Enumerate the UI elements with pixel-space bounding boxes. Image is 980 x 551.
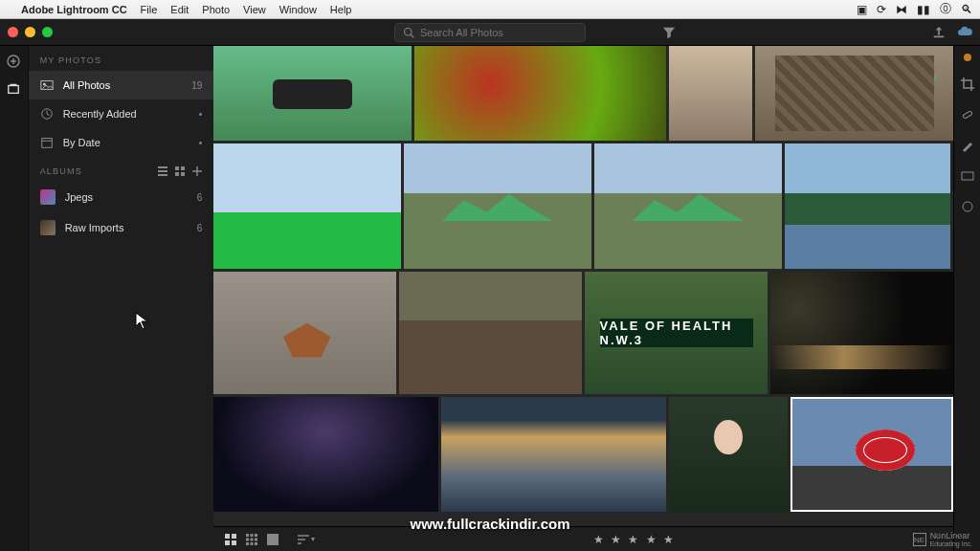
search-icon [403,27,414,38]
albums-header: ALBUMS [29,157,214,182]
search-input[interactable] [420,27,577,38]
add-photos-icon[interactable] [6,54,21,69]
photo-thumbnail[interactable] [785,143,950,269]
user-icon[interactable]: ⓪ [940,1,951,17]
my-photos-label: MY PHOTOS [40,55,101,65]
svg-rect-26 [246,534,249,537]
heal-icon[interactable] [960,107,975,122]
albums-label: ALBUMS [40,166,82,176]
album-item-raw-imports[interactable]: Raw Imports 6 [29,212,214,243]
photo-thumbnail[interactable] [669,397,788,512]
svg-rect-31 [255,538,257,540]
menubar-item-photo[interactable]: Photo [202,4,230,15]
svg-rect-15 [158,174,167,176]
svg-rect-6 [9,86,19,94]
svg-rect-25 [232,540,236,545]
radial-gradient-icon[interactable] [960,199,975,214]
svg-rect-27 [251,534,254,537]
grid-view-icon[interactable] [175,166,185,176]
menubar-status-icons: ▣ ⟳ ⧓ ▮▮ ⓪ 🔍︎ [857,1,972,17]
album-count: 6 [197,192,203,203]
minimize-window-button[interactable] [25,27,35,37]
sidebar: MY PHOTOS All Photos 19 Recently Added •… [29,46,214,551]
sidebar-item-label: Recently Added [63,108,189,120]
photo-thumbnail-selected[interactable]: UNDERGROUND [791,397,953,512]
photo-thumbnail[interactable] [213,272,396,394]
svg-rect-22 [225,534,230,539]
list-view-icon[interactable] [158,166,167,176]
photo-thumbnail[interactable] [755,46,953,141]
svg-rect-7 [11,84,17,86]
sidebar-item-recently-added[interactable]: Recently Added • [29,99,214,128]
brand-line2: Educating Inc. [930,540,972,547]
share-icon[interactable] [932,26,946,39]
photo-thumbnail[interactable] [414,46,666,141]
svg-rect-32 [246,542,249,545]
add-album-icon[interactable] [192,166,202,176]
view-grid-small-icon[interactable] [246,534,257,545]
grid-area: VALE OF HEALTH N.W.3 UNDERGROUND ▾ ★ ★ ★ [213,46,953,551]
photo-grid[interactable]: VALE OF HEALTH N.W.3 UNDERGROUND [213,46,953,526]
svg-rect-17 [181,166,185,170]
status-icon[interactable]: ⟳ [877,3,886,16]
bottom-toolbar: ▾ ★ ★ ★ ★ ★ [213,526,953,551]
svg-rect-2 [934,35,945,37]
library-icon[interactable] [7,82,20,96]
photo-thumbnail[interactable] [594,143,782,269]
sidebar-item-label: All Photos [63,79,183,91]
svg-rect-23 [232,534,236,539]
calendar-icon [40,136,54,149]
left-gutter [0,46,29,551]
edit-dot-icon[interactable] [964,54,971,61]
album-item-jpegs[interactable]: Jpegs 6 [29,182,214,212]
photo-thumbnail[interactable] [404,143,591,269]
sidebar-item-count: 19 [191,80,202,91]
sidebar-item-all-photos[interactable]: All Photos 19 [29,71,214,99]
photo-thumbnail[interactable] [213,397,438,512]
menubar-app-name[interactable]: Adobe Lightroom CC [21,4,127,15]
rating-stars[interactable]: ★ ★ ★ ★ ★ [593,533,676,546]
sidebar-item-count: • [199,138,203,148]
wifi-icon[interactable]: ⧓ [896,3,907,16]
search-field[interactable] [394,23,586,42]
sign-text: VALE OF HEALTH N.W.3 [600,319,753,348]
app-toolbar [0,19,980,46]
photo-thumbnail[interactable]: VALE OF HEALTH N.W.3 [585,272,768,394]
svg-rect-28 [255,534,257,537]
filter-icon[interactable] [662,26,676,39]
view-single-icon[interactable] [267,534,278,545]
photo-thumbnail[interactable] [441,397,666,512]
window-controls [8,27,53,37]
view-grid-large-icon[interactable] [225,534,236,545]
photo-thumbnail[interactable] [213,46,412,141]
sidebar-item-by-date[interactable]: By Date • [29,128,214,157]
menubar-item-view[interactable]: View [243,4,266,15]
menubar-item-file[interactable]: File [141,4,158,15]
linear-gradient-icon[interactable] [960,168,975,184]
menubar-item-help[interactable]: Help [330,4,352,15]
sort-icon[interactable]: ▾ [298,534,315,545]
status-icon[interactable]: ▣ [857,3,867,16]
spotlight-icon[interactable]: 🔍︎ [961,3,972,16]
menubar-item-edit[interactable]: Edit [170,4,189,15]
svg-rect-16 [175,166,179,170]
cloud-icon[interactable] [957,26,972,39]
svg-point-41 [963,202,972,211]
macos-menubar: Adobe Lightroom CC File Edit Photo View … [0,0,980,19]
photo-thumbnail[interactable] [770,272,953,394]
menubar-item-window[interactable]: Window [279,4,317,15]
svg-rect-18 [175,172,179,176]
crop-icon[interactable] [960,77,975,92]
photo-thumbnail[interactable] [213,143,401,269]
photo-thumbnail[interactable] [399,272,582,394]
close-window-button[interactable] [8,27,18,37]
brand-line1: NonLinear [930,532,972,540]
brand-watermark: NE NonLinear Educating Inc. [913,532,972,547]
svg-rect-29 [246,538,249,540]
zoom-window-button[interactable] [42,27,53,37]
battery-icon[interactable]: ▮▮ [917,3,930,16]
right-toolstrip [953,46,980,551]
svg-rect-19 [181,172,185,176]
photo-thumbnail[interactable] [669,46,752,141]
brush-icon[interactable] [960,138,975,153]
